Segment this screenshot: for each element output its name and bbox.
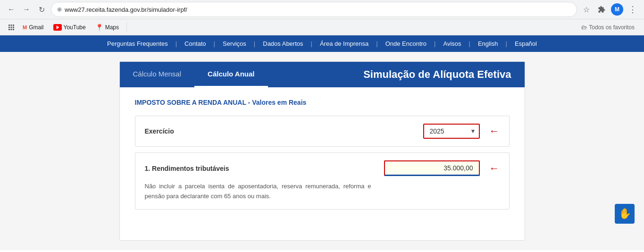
rendimentos-input[interactable] [384, 160, 480, 176]
nav-perguntas[interactable]: Perguntas Frequentes [107, 40, 168, 47]
nav-dados-abertos[interactable]: Dados Abertos [263, 40, 303, 47]
exercicio-select[interactable]: 2023 2024 2025 2026 [423, 124, 480, 139]
accessibility-icon: ✋ [619, 208, 631, 220]
tab-header: Cálculo Mensal Cálculo Anual Simulação d… [120, 62, 525, 87]
maps-icon: 📍 [95, 24, 103, 31]
nav-area-imprensa[interactable]: Área de Imprensa [320, 40, 368, 47]
secure-icon: ⊕ [57, 6, 62, 13]
arrow-exercicio: ← [489, 126, 500, 136]
browser-chrome: ← → ↻ ⊕ ☆ M ⋮ M Gmail YouTube [0, 0, 644, 35]
rendimentos-label: 1. Rendimentos tributáveis [145, 165, 229, 172]
rendimentos-right: ← [384, 160, 500, 176]
chrome-menu-button[interactable]: ⋮ [627, 4, 638, 15]
card-body: IMPOSTO SOBRE A RENDA ANUAL - Valores em… [120, 87, 525, 227]
main-content: Cálculo Mensal Cálculo Anual Simulação d… [0, 52, 644, 250]
apps-icon[interactable] [6, 22, 17, 33]
extensions-icon[interactable] [596, 4, 607, 15]
exercicio-select-wrapper: 2023 2024 2025 2026 ▼ [423, 124, 480, 139]
nav-servicos[interactable]: Serviços [223, 40, 246, 47]
page-title: Simulação de Alíquota Efetiva [350, 62, 524, 87]
content-card: Cálculo Mensal Cálculo Anual Simulação d… [119, 61, 525, 241]
nav-onde-encontro[interactable]: Onde Encontro [385, 40, 427, 47]
rendimentos-description: Não incluir a parcela isenta de aposenta… [145, 182, 371, 202]
back-button[interactable]: ← [6, 4, 17, 15]
address-bar[interactable]: ⊕ [51, 2, 577, 17]
forward-button[interactable]: → [21, 4, 32, 15]
bookmark-star-icon[interactable]: ☆ [581, 4, 592, 15]
bookmarks-bar: M Gmail YouTube 📍 Maps 🗁 Todos os favori… [0, 19, 644, 35]
profile-avatar[interactable]: M [611, 3, 623, 16]
bookmark-maps[interactable]: 📍 Maps [92, 22, 123, 33]
youtube-icon [53, 24, 62, 31]
exercicio-label: Exercício [145, 127, 174, 135]
exercicio-row: Exercício 2023 2024 2025 2026 ▼ ← [135, 116, 510, 147]
accessibility-button[interactable]: ✋ [615, 204, 635, 224]
browser-titlebar: ← → ↻ ⊕ ☆ M ⋮ [0, 0, 644, 19]
folder-icon: 🗁 [581, 24, 587, 31]
gmail-icon: M [23, 25, 27, 30]
nav-contato[interactable]: Contato [184, 40, 206, 47]
nav-english[interactable]: English [478, 40, 498, 47]
gmail-label: Gmail [29, 24, 43, 31]
rendimentos-header: 1. Rendimentos tributáveis ← [145, 160, 500, 176]
rendimentos-block: 1. Rendimentos tributáveis ← Não incluir… [135, 152, 510, 210]
rendimentos-input-wrapper [384, 160, 480, 176]
tab-calculo-mensal[interactable]: Cálculo Mensal [120, 62, 195, 87]
exercicio-right: 2023 2024 2025 2026 ▼ ← [423, 124, 500, 139]
bookmarks-divider [126, 23, 127, 32]
youtube-label: YouTube [64, 24, 86, 31]
refresh-button[interactable]: ↻ [36, 4, 47, 15]
arrow-rendimentos: ← [489, 163, 500, 174]
tab-calculo-anual[interactable]: Cálculo Anual [194, 62, 268, 87]
maps-label: Maps [105, 24, 119, 31]
nav-avisos[interactable]: Avisos [443, 40, 461, 47]
bookmark-gmail[interactable]: M Gmail [19, 22, 48, 33]
bookmark-youtube[interactable]: YouTube [50, 22, 90, 33]
all-favorites[interactable]: 🗁 Todos os favoritos [577, 22, 638, 33]
url-input[interactable] [65, 6, 571, 13]
section-title: IMPOSTO SOBRE A RENDA ANUAL - Valores em… [135, 99, 510, 106]
top-nav: Perguntas Frequentes | Contato | Serviço… [0, 35, 644, 52]
nav-espanol[interactable]: Español [515, 40, 537, 47]
favorites-label: Todos os favoritos [589, 24, 635, 31]
